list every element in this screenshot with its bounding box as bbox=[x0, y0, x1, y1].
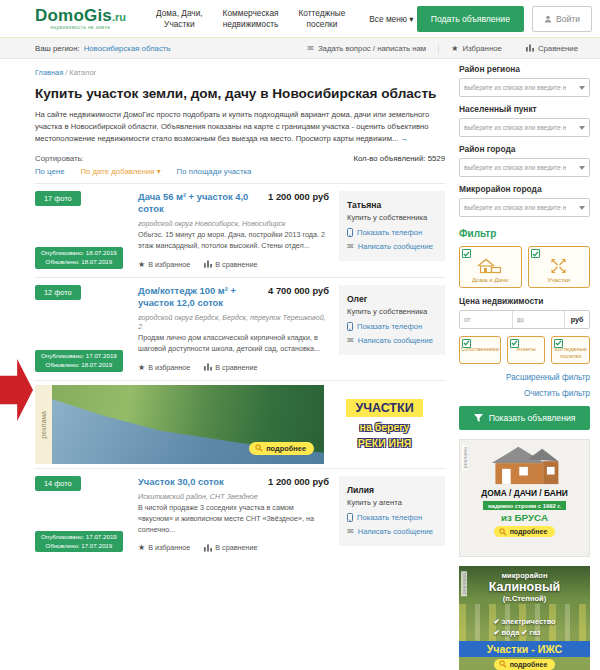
filter-tile-villages[interactable]: Коттеджные поселки bbox=[551, 336, 590, 364]
photo-count-badge[interactable]: 17 фото bbox=[35, 191, 81, 206]
compare-link[interactable]: Сравнение bbox=[514, 44, 590, 53]
sidebar-filters: Район региона выберите из списка или вве… bbox=[459, 64, 590, 670]
show-phone-button[interactable]: Показать телефон bbox=[347, 228, 437, 237]
login-button[interactable]: Войти bbox=[532, 6, 592, 32]
listing-photo-col: 12 фото Опубликовано: 17.07.2019 Обновле… bbox=[35, 285, 134, 372]
favorites-link[interactable]: ★ Избранное bbox=[439, 44, 514, 53]
region-link[interactable]: Новосибирская область bbox=[84, 44, 171, 53]
sort-by-date[interactable]: По дате добавления ▾ bbox=[80, 167, 160, 176]
checkbox-checked-icon[interactable] bbox=[510, 339, 519, 348]
ad-photo-river[interactable]: подробнее bbox=[52, 385, 324, 464]
settlement-select[interactable]: выберите из списка или введите н bbox=[459, 118, 590, 137]
add-to-compare-button[interactable]: В сравнение bbox=[204, 363, 257, 372]
ad-line2: на берегу bbox=[360, 421, 410, 433]
nav-homes-plots[interactable]: Дома, Дачи, Участки bbox=[156, 8, 203, 30]
listing-title-link[interactable]: Участок 30,0 соток bbox=[138, 476, 224, 488]
intro-more-arrow[interactable]: → bbox=[401, 134, 409, 143]
nav-commercial[interactable]: Коммерческая недвижимость bbox=[223, 8, 279, 30]
show-phone-button[interactable]: Показать телефон bbox=[347, 322, 437, 331]
magnifier-icon bbox=[255, 444, 263, 452]
send-message-button[interactable]: ✉Написать сообщение bbox=[347, 242, 437, 251]
listing-price: 1 200 000 руб bbox=[268, 191, 329, 202]
filter-tile-plots[interactable]: Участки bbox=[528, 246, 591, 288]
send-message-button[interactable]: ✉Написать сообщение bbox=[347, 336, 437, 345]
filter-tile-owners[interactable]: Собственники bbox=[459, 336, 501, 364]
magnifier-icon bbox=[499, 528, 507, 536]
photo-count-badge[interactable]: 14 фото bbox=[35, 476, 81, 491]
breadcrumb-home[interactable]: Главная bbox=[35, 68, 63, 77]
listing-title-link[interactable]: Дача 56 м² + участок 4,0 соток bbox=[138, 191, 268, 215]
ask-question-link[interactable]: ✉ Задать вопрос / написать нам bbox=[295, 44, 438, 53]
sidebar-ad-kalinoviy[interactable]: реклама микрорайон Калиновый (п.Степной)… bbox=[459, 566, 590, 670]
land-plot-icon bbox=[550, 258, 567, 274]
add-to-favorites-button[interactable]: ★В избранное bbox=[138, 260, 190, 269]
envelope-icon: ✉ bbox=[347, 527, 354, 536]
listing-location: городской округ Новосибирск, Новосибирск bbox=[138, 219, 329, 228]
logo-tagline: недвижимость на земле bbox=[35, 26, 126, 31]
photo-count-badge[interactable]: 12 фото bbox=[35, 285, 81, 300]
submit-listing-button[interactable]: Подать объявление bbox=[417, 6, 524, 32]
filter-city-district: Район города выберите из списка или введ… bbox=[459, 144, 590, 177]
site-logo[interactable]: DomoGis.ru недвижимость на земле bbox=[35, 7, 126, 31]
select-label: Район города bbox=[459, 144, 590, 154]
filter-tile-agents[interactable]: Агенты bbox=[507, 336, 546, 364]
logo-tld: .ru bbox=[112, 11, 126, 23]
sort-by-price[interactable]: По цене bbox=[35, 167, 64, 176]
chevron-down-icon bbox=[579, 166, 585, 170]
ad-subtitle: из БРУСА bbox=[501, 512, 548, 523]
city-district-select[interactable]: выберите из списка или введите н bbox=[459, 158, 590, 177]
envelope-icon: ✉ bbox=[347, 336, 354, 345]
price-to-input[interactable] bbox=[513, 311, 566, 328]
price-from-input[interactable] bbox=[460, 311, 513, 328]
checkbox-checked-icon[interactable] bbox=[462, 249, 471, 258]
bar-chart-icon bbox=[204, 363, 212, 371]
ad-line3: РЕКИ ИНЯ bbox=[358, 437, 412, 449]
add-to-compare-button[interactable]: В сравнение bbox=[204, 260, 257, 269]
ad-banner[interactable]: реклама подробнее УЧАСТКИ на берегу РЕКИ… bbox=[35, 380, 445, 468]
person-icon bbox=[544, 15, 552, 23]
listing-title-link[interactable]: Дом/коттедж 100 м² + участок 12,0 соток bbox=[138, 285, 268, 309]
nav-cottage-villages[interactable]: Коттеджные поселки bbox=[299, 8, 346, 30]
clear-filter-link[interactable]: Очистить фильтр bbox=[459, 389, 590, 398]
ad-more-button[interactable]: подробнее bbox=[249, 442, 314, 455]
ad-title: УЧАСТКИ bbox=[346, 399, 422, 417]
contact-name: Лилия bbox=[347, 485, 437, 495]
add-to-favorites-button[interactable]: ★В избранное bbox=[138, 543, 190, 552]
ad-more-button[interactable]: подробнее bbox=[494, 659, 556, 670]
ad-label-strip: реклама bbox=[35, 385, 52, 464]
ad-more-button[interactable]: подробнее bbox=[494, 526, 556, 537]
ad-text-block[interactable]: УЧАСТКИ на берегу РЕКИ ИНЯ bbox=[324, 385, 445, 464]
sidebar-ad-brus[interactable]: реклама ДОМА / ДАЧИ / БАНИ надежно строи… bbox=[459, 439, 590, 557]
listing-main-col: Дача 56 м² + участок 4,0 соток 1 200 000… bbox=[134, 191, 339, 269]
add-to-compare-button[interactable]: В сравнение bbox=[204, 543, 257, 552]
contact-card: Татьяна Купить у собственника Показать т… bbox=[339, 191, 445, 261]
listing-description: Продам лично дом классической кирпичной … bbox=[138, 333, 329, 355]
header: DomoGis.ru недвижимость на земле Дома, Д… bbox=[0, 0, 600, 37]
add-to-favorites-button[interactable]: ★В избранное bbox=[138, 363, 190, 372]
date-badge: Опубликовано: 17.07.2019 Обновлено: 17.0… bbox=[35, 531, 123, 553]
star-icon: ★ bbox=[138, 363, 145, 372]
chevron-down-icon bbox=[579, 126, 585, 130]
listing-row: 12 фото Опубликовано: 17.07.2019 Обновле… bbox=[35, 277, 445, 380]
filter-settlement: Населенный пункт выберите из списка или … bbox=[459, 104, 590, 137]
show-listings-button[interactable]: Показать объявления bbox=[459, 406, 590, 430]
filter-tile-homes[interactable]: Дома и Дачи bbox=[459, 246, 522, 288]
select-label: Район региона bbox=[459, 64, 590, 74]
microdistrict-select[interactable]: выберите из списка или введите н bbox=[459, 198, 590, 217]
show-phone-button[interactable]: Показать телефон bbox=[347, 513, 437, 522]
filter-section-title: Фильтр bbox=[459, 228, 590, 239]
region-district-select[interactable]: выберите из списка или введите н bbox=[459, 78, 590, 97]
nav-all-menu[interactable]: Все меню ▾ bbox=[369, 14, 413, 24]
send-message-button[interactable]: ✉Написать сообщение bbox=[347, 527, 437, 536]
chevron-down-icon bbox=[579, 86, 585, 90]
listing-title-row: Дом/коттедж 100 м² + участок 12,0 соток … bbox=[138, 285, 329, 309]
checkbox-checked-icon[interactable] bbox=[531, 249, 540, 258]
contact-type: Купить у собственника bbox=[347, 307, 437, 316]
sort-by-area[interactable]: По площади участка bbox=[177, 167, 252, 176]
listing-title-row: Дача 56 м² + участок 4,0 соток 1 200 000… bbox=[138, 191, 329, 215]
ad-label: реклама bbox=[462, 445, 468, 470]
checkbox-checked-icon[interactable] bbox=[462, 339, 471, 348]
checkbox-checked-icon[interactable] bbox=[554, 339, 563, 348]
advanced-filter-link[interactable]: Расширенный фильтр bbox=[459, 373, 590, 382]
listing-location: городской округ Бердск, Бердск, переулок… bbox=[138, 313, 329, 331]
